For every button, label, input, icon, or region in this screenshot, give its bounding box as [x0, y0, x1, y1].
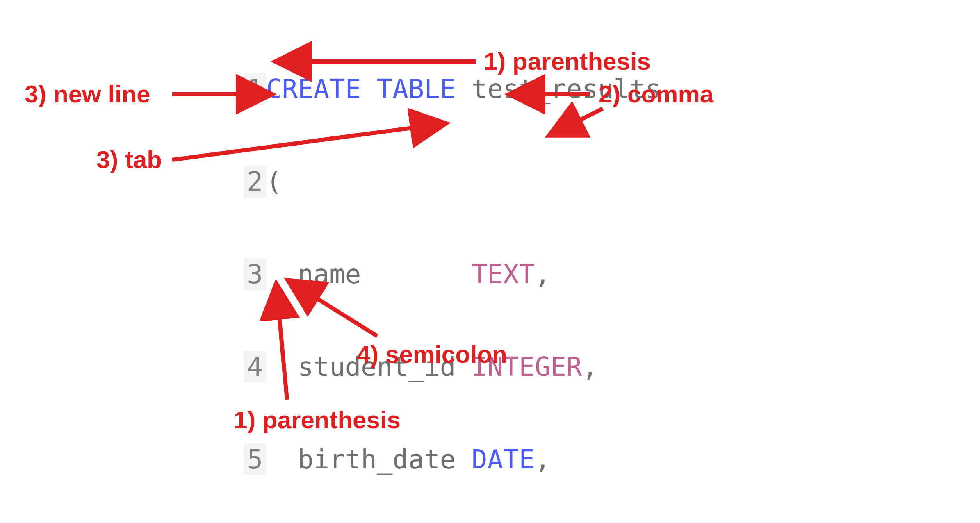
annotation-semicolon: 4) semicolon	[357, 340, 507, 368]
comma: ,	[535, 444, 551, 475]
code-line-5: 5 birth_date DATE,	[244, 443, 661, 475]
annotation-new-line: 3) new line	[25, 80, 150, 108]
column-name: name	[298, 259, 472, 289]
keyword-table: TABLE	[377, 74, 456, 104]
line-number: 5	[244, 443, 266, 475]
comma: ,	[535, 259, 551, 289]
annotation-tab: 3) tab	[96, 146, 162, 174]
code-line-3: 3 name TEXT,	[244, 258, 661, 290]
line-number: 1	[244, 73, 266, 105]
annotation-comma: 2) comma	[599, 80, 713, 108]
open-paren: (	[266, 166, 282, 197]
annotation-parenthesis-top: 1) parenthesis	[484, 47, 651, 75]
type-text: TEXT	[472, 259, 535, 289]
line-number: 2	[244, 166, 266, 198]
comma: ,	[582, 352, 598, 382]
type-date: DATE	[472, 444, 535, 475]
diagram-stage: 1CREATE TABLE test_results 2( 3 name TEX…	[0, 0, 980, 523]
column-name: birth_date	[298, 444, 472, 475]
line-number: 3	[244, 258, 266, 290]
code-line-2: 2(	[244, 166, 661, 198]
annotation-parenthesis-bottom: 1) parenthesis	[234, 406, 401, 434]
line-number: 4	[244, 351, 266, 383]
keyword-create: CREATE	[266, 74, 361, 104]
